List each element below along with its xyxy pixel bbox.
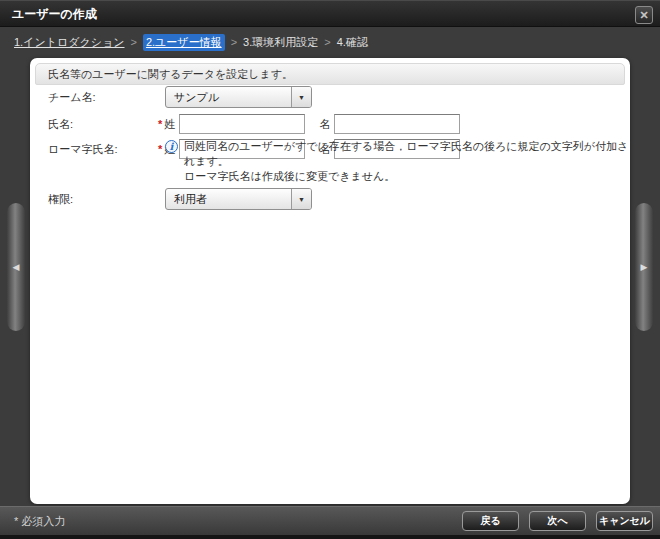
next-button[interactable]: 次へ (529, 511, 586, 531)
required-mark: * (158, 143, 162, 155)
info-icon: i (165, 140, 178, 153)
breadcrumb-separator: > (131, 36, 137, 48)
required-note: * 必須入力 (14, 514, 65, 529)
breadcrumb-separator: > (324, 36, 330, 48)
prev-page-arrow[interactable]: ◀ (7, 203, 25, 331)
wizard-step-env-settings: 3.環境利用設定 (243, 35, 318, 50)
content-panel: 氏名等のユーザーに関するデータを設定します。 チーム名: サンプル ▼ 氏名: … (30, 58, 630, 504)
team-name-selected-value: サンプル (166, 87, 291, 107)
name-row: 氏名: * 姓 名 (30, 114, 630, 134)
wizard-step-user-info[interactable]: 2.ユーザー情報 (143, 34, 225, 51)
create-user-dialog: ユーザーの作成 ✕ 1.イントロダクション > 2.ユーザー情報 > 3.環境利… (0, 0, 660, 539)
permission-label: 権限: (48, 192, 73, 207)
wizard-steps: 1.イントロダクション > 2.ユーザー情報 > 3.環境利用設定 > 4.確認 (14, 33, 646, 51)
dialog-title: ユーザーの作成 (12, 1, 97, 27)
info-note-line1: 同姓同名のユーザーがすでに存在する場合，ローマ字氏名の後ろに規定の文字列が付加さ… (184, 139, 630, 169)
chevron-right-icon: ▶ (641, 262, 648, 272)
info-note-line2: ローマ字氏名は作成後に変更できません。 (184, 169, 630, 184)
permission-selected-value: 利用者 (166, 189, 291, 209)
first-name-input[interactable] (334, 114, 460, 134)
back-button[interactable]: 戻る (462, 511, 519, 531)
next-page-arrow[interactable]: ▶ (635, 203, 653, 331)
team-name-row: チーム名: サンプル ▼ (30, 86, 630, 108)
last-name-sublabel: 姓 (164, 117, 175, 132)
permission-row: 権限: 利用者 ▼ (30, 188, 630, 210)
wizard-step-introduction[interactable]: 1.イントロダクション (14, 35, 125, 50)
roman-name-label: ローマ字氏名: (48, 142, 118, 157)
close-button[interactable]: ✕ (635, 6, 653, 24)
panel-description: 氏名等のユーザーに関するデータを設定します。 (35, 63, 625, 85)
first-name-sublabel: 名 (319, 117, 330, 132)
required-mark: * (158, 118, 162, 130)
cancel-button[interactable]: キャンセル (596, 511, 653, 531)
chevron-left-icon: ◀ (13, 262, 20, 272)
close-icon: ✕ (639, 9, 648, 22)
footer-bar: * 必須入力 戻る 次へ キャンセル (0, 506, 660, 535)
name-label: 氏名: (48, 117, 73, 132)
last-name-input[interactable] (179, 114, 305, 134)
breadcrumb-separator: > (231, 36, 237, 48)
permission-select[interactable]: 利用者 ▼ (165, 188, 312, 210)
team-name-label: チーム名: (48, 90, 96, 105)
wizard-step-confirm: 4.確認 (337, 35, 368, 50)
chevron-down-icon: ▼ (291, 87, 311, 107)
titlebar: ユーザーの作成 ✕ (0, 0, 660, 27)
team-name-select[interactable]: サンプル ▼ (165, 86, 312, 108)
chevron-down-icon: ▼ (291, 189, 311, 209)
window-bottom-edge (0, 535, 660, 539)
